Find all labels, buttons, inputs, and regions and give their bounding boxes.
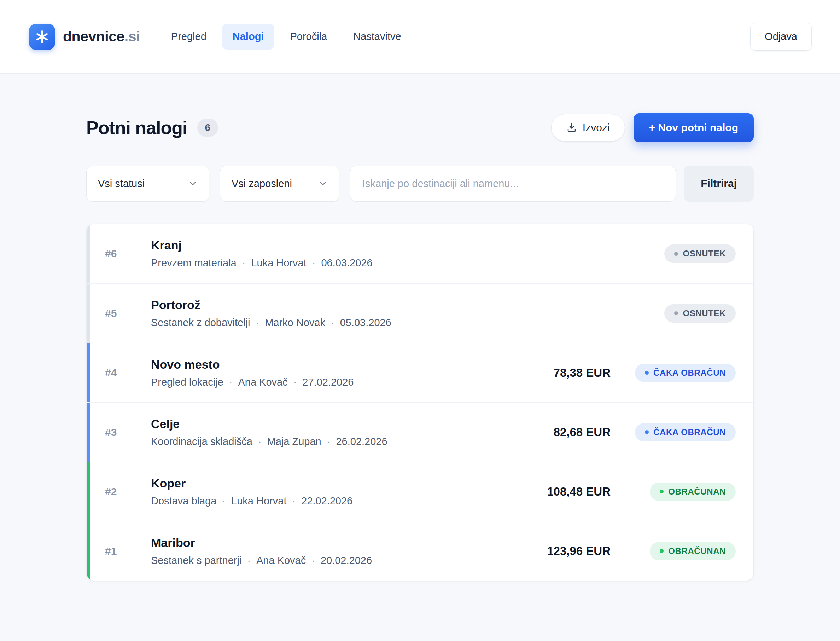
status-accent-bar: [87, 462, 90, 521]
nav-item-pregled[interactable]: Pregled: [161, 24, 217, 50]
meta-separator: ·: [312, 257, 316, 269]
order-meta: Dostava blaga · Luka Horvat · 22.02.2026: [151, 495, 504, 507]
header-actions: Izvozi + Nov potni nalog: [551, 113, 754, 142]
status-accent-bar: [87, 284, 90, 343]
asterisk-icon: [34, 29, 50, 45]
order-amount: 78,38 EUR: [504, 366, 610, 380]
meta-separator: ·: [256, 317, 260, 329]
orders-list: #6 Kranj Prevzem materiala · Luka Horvat…: [86, 224, 754, 581]
order-amount: 108,48 EUR: [504, 485, 610, 498]
nav-item-poro-ila[interactable]: Poročila: [279, 24, 337, 50]
new-travel-order-button[interactable]: + Nov potni nalog: [634, 113, 754, 142]
status-badge: OBRAČUNAN: [650, 542, 736, 560]
order-main: Maribor Sestanek s partnerji · Ana Kovač…: [151, 536, 504, 566]
employee-filter-select[interactable]: Vsi zaposleni: [220, 166, 339, 201]
order-purpose: Sestanek s partnerji: [151, 555, 241, 566]
top-navbar: dnevnice.si PregledNalogiPoročilaNastavi…: [0, 0, 840, 74]
status-badge-wrap: ČAKA OBRAČUN: [624, 423, 736, 441]
table-row[interactable]: #2 Koper Dostava blaga · Luka Horvat · 2…: [87, 462, 753, 521]
order-id: #2: [105, 486, 151, 498]
order-date: 27.02.2026: [302, 376, 353, 388]
table-row[interactable]: #1 Maribor Sestanek s partnerji · Ana Ko…: [87, 521, 753, 580]
brand-logo[interactable]: dnevnice.si: [29, 24, 140, 50]
table-row[interactable]: #3 Celje Koordinacija skladišča · Maja Z…: [87, 402, 753, 462]
meta-separator: ·: [327, 436, 331, 448]
order-amount: 82,68 EUR: [504, 425, 610, 439]
logout-button[interactable]: Odjava: [750, 23, 812, 51]
order-purpose: Prevzem materiala: [151, 257, 236, 269]
order-date: 06.03.2026: [321, 257, 372, 269]
order-amount: 123,96 EUR: [504, 544, 610, 558]
meta-separator: ·: [258, 436, 262, 448]
chevron-down-icon: [188, 179, 198, 188]
status-dot-icon: [660, 549, 663, 553]
export-button-label: Izvozi: [583, 122, 610, 134]
table-row[interactable]: #6 Kranj Prevzem materiala · Luka Horvat…: [87, 224, 753, 283]
order-employee: Luka Horvat: [231, 495, 286, 507]
order-meta: Sestanek s partnerji · Ana Kovač · 20.02…: [151, 555, 504, 566]
status-badge-label: OBRAČUNAN: [668, 487, 726, 497]
status-badge: ČAKA OBRAČUN: [635, 423, 736, 441]
status-filter-value: Vsi statusi: [98, 178, 145, 190]
order-id: #1: [105, 545, 151, 557]
search-box: [350, 166, 676, 201]
order-employee: Ana Kovač: [238, 376, 287, 388]
status-badge-label: ČAKA OBRAČUN: [653, 427, 726, 437]
order-main: Koper Dostava blaga · Luka Horvat · 22.0…: [151, 477, 504, 507]
order-meta: Koordinacija skladišča · Maja Zupan · 26…: [151, 436, 504, 448]
nav-item-nastavitve[interactable]: Nastavitve: [342, 24, 411, 50]
status-accent-bar: [87, 343, 90, 402]
status-badge-wrap: OBRAČUNAN: [624, 483, 736, 501]
status-accent-bar: [87, 403, 90, 462]
order-meta: Prevzem materiala · Luka Horvat · 06.03.…: [151, 257, 504, 269]
filter-button[interactable]: Filtriraj: [684, 166, 754, 201]
order-employee: Maja Zupan: [267, 436, 321, 448]
meta-separator: ·: [294, 376, 297, 388]
order-id: #6: [105, 248, 151, 260]
order-main: Novo mesto Pregled lokacije · Ana Kovač …: [151, 358, 504, 388]
download-icon: [566, 122, 577, 133]
table-row[interactable]: #5 Portorož Sestanek z dobavitelji · Mar…: [87, 283, 753, 343]
meta-separator: ·: [292, 495, 296, 507]
status-badge: OSNUTEK: [664, 245, 736, 263]
order-main: Kranj Prevzem materiala · Luka Horvat · …: [151, 238, 504, 269]
meta-separator: ·: [247, 555, 251, 566]
table-row[interactable]: #4 Novo mesto Pregled lokacije · Ana Kov…: [87, 343, 753, 402]
status-badge-label: OBRAČUNAN: [668, 546, 726, 556]
order-destination: Celje: [151, 417, 504, 431]
status-badge-label: OSNUTEK: [683, 308, 726, 318]
status-dot-icon: [674, 252, 678, 256]
status-badge: ČAKA OBRAČUN: [635, 364, 736, 382]
order-destination: Novo mesto: [151, 358, 504, 372]
brand-name: dnevnice.si: [63, 28, 140, 45]
page-header: Potni nalogi 6 Izvozi + Nov potni nalog: [86, 113, 754, 142]
status-badge: OBRAČUNAN: [650, 483, 736, 501]
search-input[interactable]: [350, 166, 676, 201]
main-content: Potni nalogi 6 Izvozi + Nov potni nalog …: [86, 74, 754, 581]
nav-item-nalogi[interactable]: Nalogi: [222, 24, 275, 50]
order-destination: Kranj: [151, 238, 504, 252]
status-accent-bar: [87, 224, 90, 283]
status-dot-icon: [660, 490, 663, 493]
status-badge-label: OSNUTEK: [683, 249, 726, 259]
export-button[interactable]: Izvozi: [551, 114, 625, 142]
status-filter-select[interactable]: Vsi statusi: [86, 166, 209, 201]
status-badge-label: ČAKA OBRAČUN: [653, 368, 726, 378]
order-date: 22.02.2026: [301, 495, 352, 507]
main-nav: PregledNalogiPoročilaNastavitve: [161, 24, 412, 50]
order-purpose: Pregled lokacije: [151, 376, 223, 388]
order-date: 26.02.2026: [336, 436, 387, 448]
order-date: 05.03.2026: [340, 317, 391, 329]
order-meta: Sestanek z dobavitelji · Marko Novak · 0…: [151, 317, 504, 329]
order-count-badge: 6: [197, 119, 218, 137]
order-purpose: Dostava blaga: [151, 495, 216, 507]
order-employee: Ana Kovač: [256, 555, 306, 566]
order-meta: Pregled lokacije · Ana Kovač · 27.02.202…: [151, 376, 504, 388]
page-title: Potni nalogi: [86, 117, 187, 139]
status-badge-wrap: OBRAČUNAN: [624, 542, 736, 560]
order-main: Portorož Sestanek z dobavitelji · Marko …: [151, 298, 504, 329]
status-dot-icon: [645, 430, 649, 434]
filter-bar: Vsi statusi Vsi zaposleni Filtriraj: [86, 166, 754, 201]
meta-separator: ·: [331, 317, 334, 329]
order-destination: Koper: [151, 477, 504, 490]
